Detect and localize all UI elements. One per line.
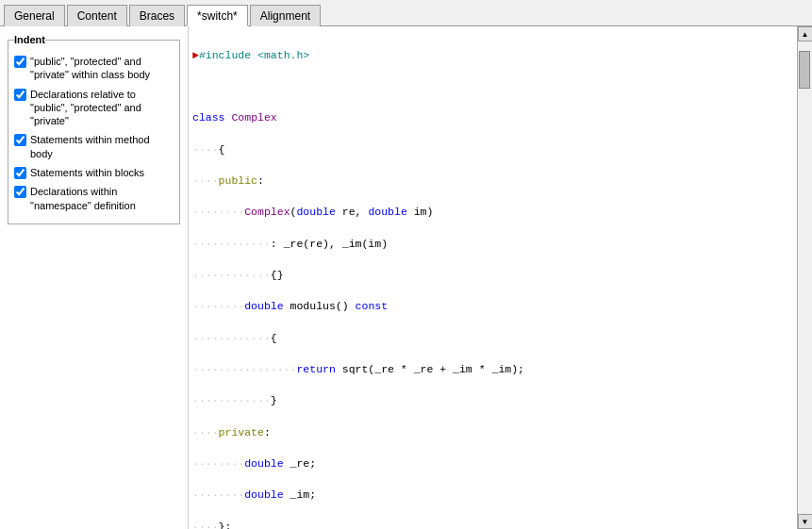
checkbox-declarations[interactable] (14, 89, 26, 101)
scroll-down-button[interactable]: ▼ (798, 514, 813, 529)
checkbox-statements-method[interactable] (14, 134, 26, 146)
vertical-scrollbar[interactable]: ▲ ▼ (797, 26, 812, 529)
checkbox-label-2[interactable]: Declarations relative to "public", "prot… (30, 88, 174, 128)
checkbox-item-1: "public", "protected" and "private" with… (14, 55, 174, 82)
code-editor[interactable]: ►#include <math.h> class Complex ····{ ·… (189, 26, 797, 529)
checkbox-label-3[interactable]: Statements within method body (30, 133, 174, 160)
main-content: Indent "public", "protected" and "privat… (0, 26, 812, 529)
tab-alignment[interactable]: Alignment (250, 5, 321, 26)
right-panel: ►#include <math.h> class Complex ····{ ·… (189, 26, 812, 529)
checkbox-statements-blocks[interactable] (14, 167, 26, 179)
left-panel: Indent "public", "protected" and "privat… (0, 26, 189, 529)
scroll-thumb[interactable] (799, 51, 810, 89)
indent-group: Indent "public", "protected" and "privat… (8, 34, 180, 224)
checkbox-item-5: Declarations within "namespace" definiti… (14, 185, 174, 212)
indent-group-label: Indent (14, 34, 45, 45)
scroll-up-button[interactable]: ▲ (798, 26, 813, 41)
tab-switch[interactable]: *switch* (187, 5, 248, 26)
checkbox-declarations-namespace[interactable] (14, 186, 26, 198)
scroll-track[interactable] (799, 41, 812, 514)
checkbox-label-4[interactable]: Statements within blocks (30, 166, 144, 179)
tab-bar: General Content Braces *switch* Alignmen… (0, 0, 812, 26)
tab-braces[interactable]: Braces (129, 5, 185, 26)
tab-general[interactable]: General (4, 5, 65, 26)
checkbox-item-3: Statements within method body (14, 133, 174, 160)
checkbox-item-2: Declarations relative to "public", "prot… (14, 88, 174, 128)
tab-content[interactable]: Content (67, 5, 127, 26)
checkbox-item-4: Statements within blocks (14, 166, 174, 179)
checkbox-label-1[interactable]: "public", "protected" and "private" with… (30, 55, 174, 82)
checkbox-label-5[interactable]: Declarations within "namespace" definiti… (30, 185, 174, 212)
checkbox-public-private[interactable] (14, 56, 26, 68)
